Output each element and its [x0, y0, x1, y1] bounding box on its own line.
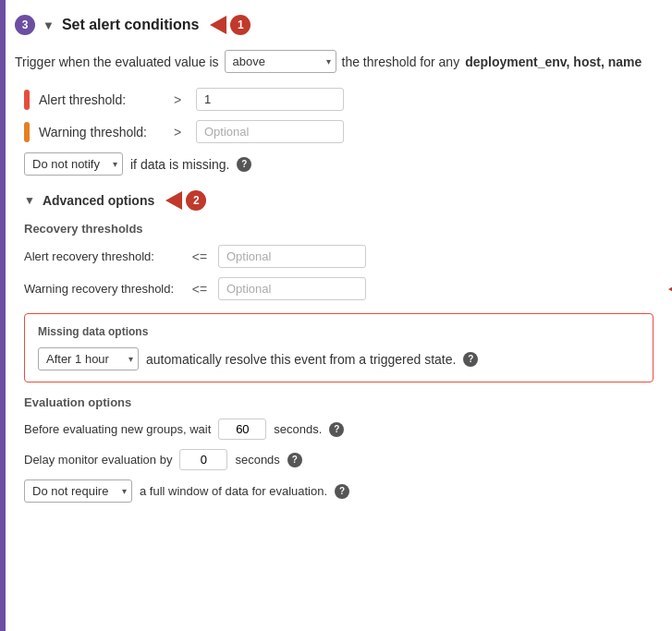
trigger-prefix: Trigger when the evaluated value is [15, 55, 219, 69]
notify-select[interactable]: Do not notify Notify Resolve all [24, 152, 123, 176]
warning-threshold-op: > [168, 125, 187, 140]
annotation-arrow-3 [668, 280, 672, 298]
alert-threshold-label: Alert threshold: [39, 92, 159, 107]
require-suffix: a full window of data for evaluation. [140, 484, 327, 498]
missing-data-description: automatically resolve this event from a … [146, 352, 456, 367]
annotation-arrow-2 [165, 191, 182, 210]
require-help-icon[interactable]: ? [335, 484, 349, 499]
delay-eval-input[interactable] [179, 449, 227, 470]
before-eval-help-icon[interactable]: ? [329, 422, 344, 437]
require-select-wrapper: Do not require Require ▾ [24, 479, 132, 503]
chevron-collapse-icon[interactable]: ▼ [43, 18, 55, 32]
section-title: Set alert conditions [62, 17, 199, 33]
alert-recovery-input[interactable] [218, 245, 366, 268]
page-container: 3 ▼ Set alert conditions 1 Trigger when … [0, 0, 672, 631]
before-eval-row: Before evaluating new groups, wait secon… [24, 419, 654, 440]
advanced-section: ▼ Advanced options 2 Recovery thresholds… [24, 190, 654, 503]
missing-data-notify-row: Do not notify Notify Resolve all ▾ if da… [15, 152, 654, 176]
advanced-chevron-icon[interactable]: ▼ [24, 194, 35, 207]
advanced-header: ▼ Advanced options 2 [24, 190, 654, 211]
warning-threshold-label: Warning threshold: [39, 125, 159, 140]
require-select[interactable]: Do not require Require [24, 479, 132, 503]
annotation-badge-2: 2 [186, 190, 206, 211]
main-content: 3 ▼ Set alert conditions 1 Trigger when … [6, 0, 672, 631]
notify-select-wrapper: Do not notify Notify Resolve all ▾ [24, 152, 123, 176]
notify-help-icon[interactable]: ? [237, 157, 251, 172]
warning-threshold-indicator [24, 122, 30, 142]
evaluation-section: Evaluation options Before evaluating new… [24, 395, 654, 503]
warning-threshold-input[interactable] [196, 120, 344, 143]
alert-threshold-row: Alert threshold: > [15, 88, 654, 111]
alert-threshold-indicator [24, 90, 30, 110]
warning-recovery-op: <= [190, 282, 209, 297]
after-hour-select[interactable]: After 1 hour After 2 hours After 4 hours… [38, 347, 139, 370]
trigger-select[interactable]: above below above or equal below or equa… [225, 50, 336, 73]
trigger-suffix: the threshold for any [342, 55, 460, 69]
warning-recovery-label: Warning recovery threshold: [24, 282, 181, 296]
require-eval-row: Do not require Require ▾ a full window o… [24, 479, 654, 503]
annotation-3: 3 [668, 279, 672, 299]
annotation-arrow-1 [210, 16, 226, 34]
annotation-2: 2 [165, 190, 206, 211]
before-eval-input[interactable] [218, 419, 266, 440]
trigger-select-wrapper: above below above or equal below or equa… [225, 50, 336, 73]
evaluation-title: Evaluation options [24, 395, 654, 409]
missing-data-box: Missing data options After 1 hour After … [24, 313, 654, 382]
recovery-title: Recovery thresholds [24, 222, 654, 236]
annotation-badge-1: 1 [230, 15, 250, 35]
trigger-dimensions: deployment_env, host, name [465, 55, 641, 69]
warning-recovery-input[interactable] [218, 277, 366, 300]
step-number-badge: 3 [15, 15, 35, 35]
missing-data-inner: After 1 hour After 2 hours After 4 hours… [38, 347, 640, 370]
warning-recovery-row: Warning recovery threshold: <= 3 [24, 277, 654, 300]
section-header: 3 ▼ Set alert conditions 1 [15, 15, 654, 35]
alert-threshold-input[interactable] [196, 88, 344, 111]
delay-eval-help-icon[interactable]: ? [287, 453, 302, 467]
delay-eval-row: Delay monitor evaluation by seconds ? [24, 449, 654, 470]
alert-recovery-row: Alert recovery threshold: <= [24, 245, 654, 268]
warning-threshold-row: Warning threshold: > [15, 120, 654, 143]
delay-eval-prefix: Delay monitor evaluation by [24, 453, 172, 467]
alert-threshold-op: > [168, 92, 187, 107]
recovery-section: Recovery thresholds Alert recovery thres… [24, 222, 654, 300]
annotation-1: 1 [210, 15, 250, 35]
delay-eval-suffix: seconds [235, 453, 279, 467]
notify-suffix: if data is missing. [130, 157, 229, 172]
after-hour-select-wrapper: After 1 hour After 2 hours After 4 hours… [38, 347, 139, 370]
missing-data-help-icon[interactable]: ? [463, 352, 478, 367]
advanced-title: Advanced options [43, 193, 154, 208]
alert-recovery-op: <= [190, 249, 209, 264]
alert-recovery-label: Alert recovery threshold: [24, 249, 181, 263]
before-eval-prefix: Before evaluating new groups, wait [24, 422, 211, 436]
trigger-row: Trigger when the evaluated value is abov… [15, 50, 654, 73]
missing-data-box-title: Missing data options [38, 325, 640, 338]
before-eval-suffix: seconds. [274, 422, 322, 436]
